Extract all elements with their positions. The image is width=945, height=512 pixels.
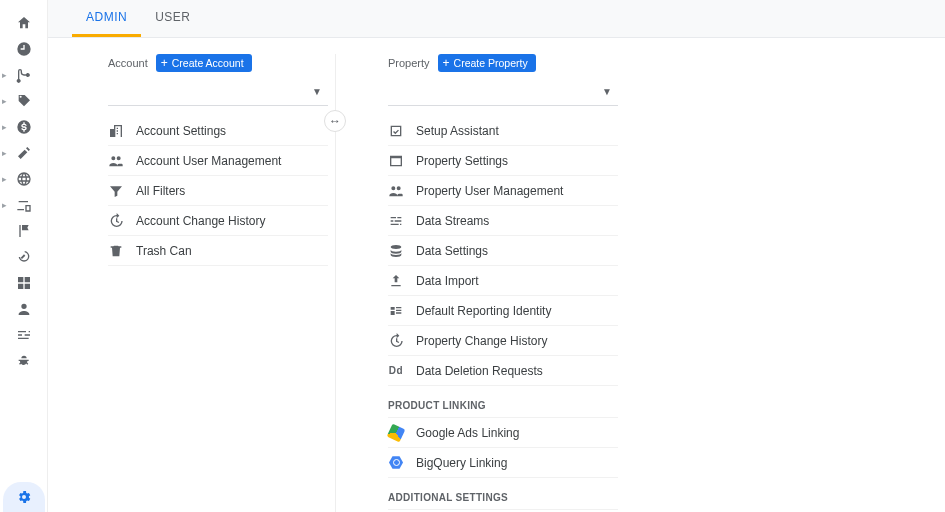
globe-icon [16,171,32,187]
property-selector[interactable]: ▼ [388,78,618,106]
identity-icon [388,303,404,319]
item-label: Data Deletion Requests [416,364,543,378]
item-label: Data Import [416,274,479,288]
chevron-icon: ▸ [2,174,7,184]
check-icon [388,123,404,139]
chevron-icon: ▸ [2,148,7,158]
chevron-down-icon: ▼ [312,86,322,97]
chevron-icon: ▸ [2,200,7,210]
history-icon [108,213,124,229]
devices-icon [16,197,32,213]
upload-icon [388,273,404,289]
account-settings-item[interactable]: Account Settings [108,116,328,146]
property-users-item[interactable]: Property User Management [388,176,618,206]
sliders-icon [16,327,32,343]
account-history-item[interactable]: Account Change History [108,206,328,236]
tab-user[interactable]: USER [141,0,204,37]
building-icon [108,123,124,139]
bigquery-icon [388,455,404,471]
item-label: Account Change History [136,214,265,228]
nav-tag[interactable]: ▸ [0,88,47,114]
filter-icon [108,183,124,199]
nav-engagement[interactable]: ▸ [0,140,47,166]
data-settings-item[interactable]: Data Settings [388,236,618,266]
grid-icon [16,275,32,291]
item-label: Property User Management [416,184,563,198]
account-menu: Account Settings Account User Management… [108,116,328,266]
chevron-down-icon: ▼ [602,86,612,97]
admin-tabbar: ADMIN USER [48,0,945,38]
reporting-identity-item[interactable]: Default Reporting Identity [388,296,618,326]
chevron-icon: ▸ [2,96,7,106]
property-history-item[interactable]: Property Change History [388,326,618,356]
data-streams-item[interactable]: Data Streams [388,206,618,236]
collapse-handle[interactable]: ↔ [324,110,346,132]
nav-monetization[interactable]: ▸ [0,114,47,140]
property-menu: Setup Assistant Property Settings Proper… [388,116,618,386]
flag-icon [16,223,32,239]
create-property-button[interactable]: + Create Property [438,54,536,72]
property-column: ↔ Property + Create Property ▼ Setup Ass… [338,54,628,512]
account-column-header: Account + Create Account [108,54,328,72]
account-selector[interactable]: ▼ [108,78,328,106]
account-column: Account + Create Account ▼ Account Setti… [48,54,338,512]
window-icon [388,153,404,169]
create-property-label: Create Property [454,57,528,69]
data-import-item[interactable]: Data Import [388,266,618,296]
nav-audiences[interactable] [0,296,47,322]
item-label: Data Settings [416,244,488,258]
chevron-icon: ▸ [2,70,7,80]
google-ads-icon [388,425,404,441]
streams-icon [388,213,404,229]
nav-tech[interactable]: ▸ [0,192,47,218]
bug-icon [16,353,32,369]
nav-realtime[interactable] [0,36,47,62]
item-label: Setup Assistant [416,124,499,138]
nav-home[interactable] [0,10,47,36]
property-settings-item[interactable]: Property Settings [388,146,618,176]
google-ads-linking-item[interactable]: Google Ads Linking [388,418,618,448]
home-icon [16,15,32,31]
chevron-icon: ▸ [2,122,7,132]
branch-icon [16,67,32,83]
left-nav-rail: ▸ ▸ ▸ ▸ ▸ ▸ [0,0,48,512]
data-deletion-item[interactable]: Dd Data Deletion Requests [388,356,618,386]
create-account-button[interactable]: + Create Account [156,54,252,72]
target-icon [16,249,32,265]
create-account-label: Create Account [172,57,244,69]
admin-content: Account + Create Account ▼ Account Setti… [48,38,945,512]
account-users-item[interactable]: Account User Management [108,146,328,176]
people-icon [388,183,404,199]
item-label: BigQuery Linking [416,456,507,470]
history-icon [388,333,404,349]
all-filters-item[interactable]: All Filters [108,176,328,206]
item-label: Google Ads Linking [416,426,519,440]
nav-conversions[interactable] [0,244,47,270]
nav-explore[interactable] [0,270,47,296]
nav-demographics[interactable]: ▸ [0,166,47,192]
product-linking-header: PRODUCT LINKING [388,386,618,418]
trash-icon [108,243,124,259]
nav-custom[interactable] [0,322,47,348]
nav-debug[interactable] [0,348,47,374]
item-label: Property Change History [416,334,547,348]
item-label: Default Reporting Identity [416,304,551,318]
database-icon [388,243,404,259]
nav-admin-gear[interactable] [3,482,45,512]
item-label: All Filters [136,184,185,198]
product-linking-menu: Google Ads Linking BigQuery Linking [388,418,618,478]
trash-can-item[interactable]: Trash Can [108,236,328,266]
gear-icon [16,489,32,505]
nav-lifecycle[interactable]: ▸ [0,62,47,88]
tag-icon [16,93,32,109]
setup-assistant-item[interactable]: Setup Assistant [388,116,618,146]
item-label: Trash Can [136,244,192,258]
tab-admin[interactable]: ADMIN [72,0,141,37]
account-label: Account [108,57,148,69]
property-label: Property [388,57,430,69]
audience-icon [16,301,32,317]
item-label: Account Settings [136,124,226,138]
nav-events[interactable] [0,218,47,244]
bigquery-linking-item[interactable]: BigQuery Linking [388,448,618,478]
property-column-header: Property + Create Property [388,54,618,72]
